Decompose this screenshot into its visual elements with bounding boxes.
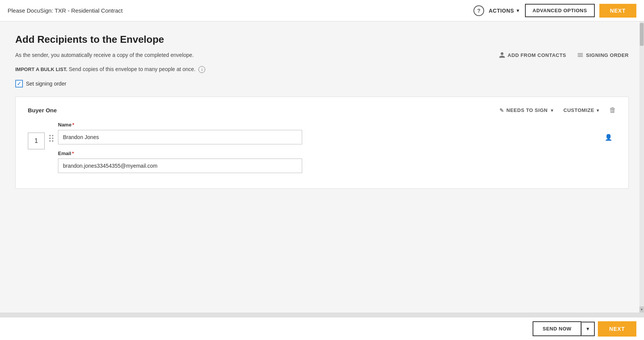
scroll-arrow-down[interactable]: ▼	[639, 306, 644, 312]
top-actions: ADD FROM CONTACTS SIGNING ORDER	[499, 52, 629, 58]
signing-order-button[interactable]: SIGNING ORDER	[577, 52, 629, 58]
card-actions: ✎ NEEDS TO SIGN ▼ CUSTOMIZE ▼ 🗑	[499, 106, 616, 114]
page-document-title: Please DocuSign: TXR - Residential Contr…	[8, 7, 123, 14]
scrollbar-thumb	[640, 23, 644, 46]
actions-button[interactable]: ACTIONS ▼	[489, 8, 520, 14]
delete-recipient-icon[interactable]: 🗑	[609, 106, 616, 114]
name-input[interactable]	[58, 130, 302, 144]
card-header: Buyer One ✎ NEEDS TO SIGN ▼ CUSTOMIZE ▼ …	[28, 106, 616, 114]
next-button-top[interactable]: NEXT	[599, 4, 636, 18]
help-icon[interactable]: ?	[473, 5, 484, 16]
chevron-down-icon: ▼	[550, 108, 554, 113]
top-nav-actions: ? ACTIONS ▼ ADVANCED OPTIONS NEXT	[473, 4, 636, 18]
subtitle-row: As the sender, you automatically receive…	[15, 52, 629, 58]
needs-to-sign-button[interactable]: ✎ NEEDS TO SIGN ▼	[499, 107, 554, 113]
main-content: Add Recipients to the Envelope As the se…	[0, 21, 644, 317]
customize-button[interactable]: CUSTOMIZE ▼	[564, 107, 600, 113]
drag-handle[interactable]	[49, 135, 53, 142]
page-title: Add Recipients to the Envelope	[15, 34, 629, 45]
chevron-down-icon: ▼	[515, 8, 520, 13]
set-signing-order-label: Set signing order	[26, 81, 66, 87]
email-input[interactable]	[58, 159, 302, 173]
recipient-card: Buyer One ✎ NEEDS TO SIGN ▼ CUSTOMIZE ▼ …	[15, 97, 629, 189]
name-input-wrap: 👤	[58, 130, 616, 144]
signing-order-row: Set signing order	[15, 80, 629, 87]
email-field-group: Email*	[58, 151, 616, 173]
set-signing-order-checkbox[interactable]	[15, 80, 23, 87]
right-scrollbar[interactable]	[639, 21, 644, 312]
card-body: 1 Name* 👤 Email*	[28, 122, 616, 179]
top-nav: Please DocuSign: TXR - Residential Contr…	[0, 0, 644, 21]
add-from-contacts-button[interactable]: ADD FROM CONTACTS	[499, 52, 566, 58]
recipient-role-title: Buyer One	[28, 107, 57, 113]
subtitle-text: As the sender, you automatically receive…	[15, 52, 194, 58]
bulk-list-label: IMPORT A BULK LIST.	[15, 66, 67, 72]
email-field-label: Email*	[58, 151, 616, 156]
recipient-order-number: 1	[28, 133, 45, 149]
email-input-wrap	[58, 159, 616, 173]
name-field-group: Name* 👤	[58, 122, 616, 144]
signing-order-icon	[577, 52, 584, 58]
contacts-icon	[499, 52, 506, 58]
horizontal-scrollbar[interactable]	[0, 312, 644, 317]
bulk-list-row: IMPORT A BULK LIST. Send copies of this …	[15, 66, 629, 73]
info-icon[interactable]: i	[198, 66, 205, 73]
name-field-label: Name*	[58, 122, 616, 128]
bulk-list-desc: Send copies of this envelope to many peo…	[69, 66, 195, 72]
chevron-down-icon: ▼	[596, 108, 600, 113]
recipient-fields: Name* 👤 Email*	[58, 122, 616, 179]
pencil-icon: ✎	[499, 107, 504, 113]
advanced-options-button[interactable]: ADVANCED OPTIONS	[525, 4, 595, 17]
contact-lookup-icon[interactable]: 👤	[605, 134, 612, 141]
